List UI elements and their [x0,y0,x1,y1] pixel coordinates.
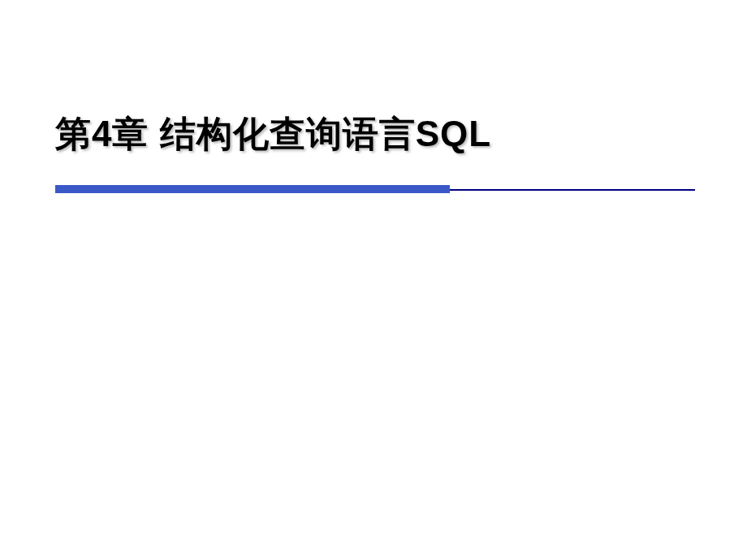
title-divider [55,185,695,196]
title-text: 第4章 结构化查询语言SQL [55,114,491,153]
divider-thick-line [55,185,450,193]
slide-title: 第4章 结构化查询语言SQL [55,110,747,158]
slide-container: 第4章 结构化查询语言SQL [0,0,747,560]
